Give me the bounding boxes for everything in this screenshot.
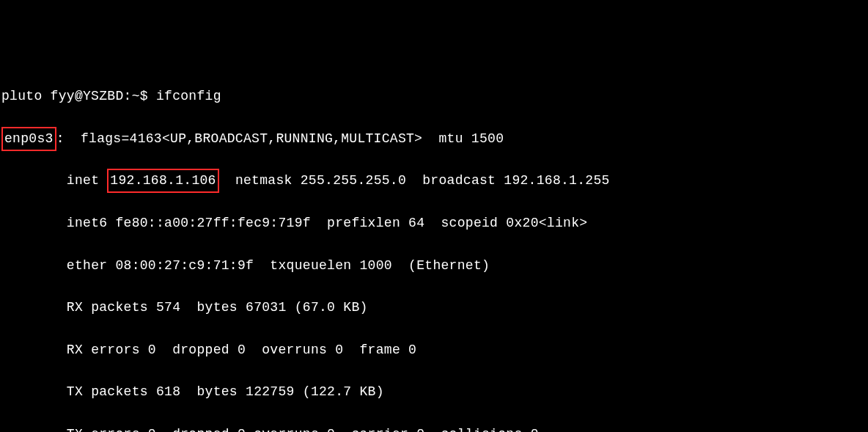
iface1-name-highlight: enp0s3 bbox=[1, 127, 56, 151]
prompt-line: pluto fyy@YSZBD:~$ ifconfig bbox=[1, 86, 867, 107]
iface1-rx-packets: RX packets 574 bytes 67031 (67.0 KB) bbox=[1, 297, 867, 318]
iface1-header: enp0s3: flags=4163<UP,BROADCAST,RUNNING,… bbox=[1, 128, 867, 150]
command-text[interactable]: ifconfig bbox=[156, 89, 221, 103]
iface1-broadcast: broadcast 192.168.1.255 bbox=[422, 173, 609, 188]
iface1-netmask: netmask 255.255.255.0 bbox=[235, 173, 406, 188]
iface1-flags: flags=4163<UP,BROADCAST,RUNNING,MULTICAS… bbox=[81, 131, 422, 146]
iface1-inet6: inet6 fe80::a00:27ff:fec9:719f prefixlen… bbox=[1, 213, 867, 234]
iface1-inet-line: inet 192.168.1.106 netmask 255.255.255.0… bbox=[1, 170, 867, 191]
iface1-inet-label: inet bbox=[67, 173, 99, 188]
iface1-mtu: mtu 1500 bbox=[438, 131, 504, 146]
iface1-tx-packets: TX packets 618 bytes 122759 (122.7 KB) bbox=[1, 381, 867, 403]
iface1-ether: ether 08:00:27:c9:71:9f txqueuelen 1000 … bbox=[1, 255, 867, 277]
iface1-tx-errors: TX errors 0 dropped 0 overruns 0 carrier… bbox=[1, 424, 867, 432]
iface1-rx-errors: RX errors 0 dropped 0 overruns 0 frame 0 bbox=[1, 340, 867, 361]
iface1-ip-highlight: 192.168.1.106 bbox=[107, 169, 218, 193]
